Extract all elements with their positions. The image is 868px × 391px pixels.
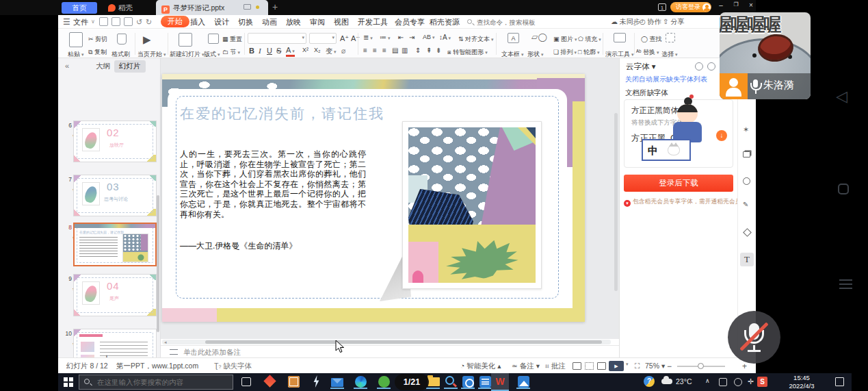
section-button[interactable]: 🗀 节: [222, 48, 240, 57]
slide-thumbnail-7[interactable]: 03 思考与讨论: [73, 175, 157, 216]
app-icon-lightning[interactable]: [313, 375, 320, 388]
share-button[interactable]: ⇧ 分享: [663, 15, 684, 29]
redo-icon[interactable]: ↻: [146, 15, 152, 29]
play-dropdown-icon[interactable]: ▾: [626, 362, 629, 367]
arrange-button[interactable]: ❏ 排列: [553, 48, 577, 57]
hamburger-icon[interactable]: ☰: [63, 15, 70, 29]
align-right-icon[interactable]: ≡: [382, 47, 386, 54]
slide-thumbnail-6[interactable]: 02 放映厅: [73, 121, 157, 162]
menu-animation[interactable]: 动画: [262, 15, 277, 29]
wps-app-button-active[interactable]: W: [491, 373, 509, 391]
strikethrough-button[interactable]: S: [276, 47, 281, 55]
distribute-icon[interactable]: ▥: [402, 47, 408, 54]
textbox-icon[interactable]: A: [508, 33, 519, 43]
green-app-button[interactable]: [377, 375, 391, 389]
font-tool-icon-active[interactable]: T: [740, 253, 754, 266]
fill-button[interactable]: ⬠ 填充: [578, 35, 601, 44]
tab-home[interactable]: 首页: [62, 2, 97, 14]
horizontal-scroll-thumb[interactable]: [205, 340, 602, 344]
slide-picture[interactable]: [402, 121, 542, 289]
horizontal-scrollbar[interactable]: ◂: [162, 340, 611, 344]
increase-indent-icon[interactable]: ⇥: [409, 34, 415, 41]
taskbar-clock[interactable]: 15:45 2022/4/3: [778, 374, 826, 390]
line-spacing-button[interactable]: ↕A: [439, 34, 451, 41]
superscript-button[interactable]: X²: [302, 47, 308, 53]
tab-docer[interactable]: 稻壳: [103, 2, 152, 14]
to-smartart-button[interactable]: ⧆ 转智能图形: [447, 48, 488, 57]
sorter-view-icon[interactable]: [585, 362, 594, 370]
zoom-out-button[interactable]: −: [667, 362, 672, 371]
missing-font-indicator[interactable]: Ʈ? 缺失字体: [214, 362, 252, 371]
align-left-icon[interactable]: ≡: [363, 47, 367, 54]
menu-devtools[interactable]: 开发工具: [358, 15, 388, 29]
picture-button[interactable]: ▣ 图片: [553, 35, 577, 44]
italic-button[interactable]: I: [259, 47, 261, 55]
sogou-input-icon[interactable]: S: [757, 377, 767, 387]
sidebar-scrollbar[interactable]: [157, 195, 159, 332]
weather-cloud-icon[interactable]: [661, 379, 672, 384]
output-icon[interactable]: [111, 17, 120, 26]
menu-view[interactable]: 视图: [334, 15, 349, 29]
new-slide-icon[interactable]: [179, 33, 192, 47]
align-center-icon[interactable]: ≡: [373, 47, 377, 54]
panel-title[interactable]: 云字体 ▾: [626, 62, 655, 72]
menu-design[interactable]: 设计: [214, 15, 229, 29]
menu-transition[interactable]: 切换: [238, 15, 253, 29]
font-color-button[interactable]: A: [286, 47, 295, 57]
download-font-icon[interactable]: ↓: [716, 130, 727, 141]
canvas-vertical-scrollbar[interactable]: [614, 113, 618, 291]
collab-button[interactable]: ◴ 协作: [640, 15, 661, 29]
slide-title[interactable]: 在爱的记忆消失前，请记住我: [180, 104, 384, 123]
zoom-slider[interactable]: [677, 366, 725, 367]
notes-toggle-button[interactable]: ≃ 备注 ▾: [512, 362, 540, 371]
bold-button[interactable]: B: [249, 47, 254, 55]
command-search-input[interactable]: [475, 16, 566, 27]
tray-move-icon[interactable]: ✛: [748, 377, 754, 386]
pin-tool-icon[interactable]: ✶: [743, 125, 749, 134]
slide-thumbnail-8-selected[interactable]: 在爱的记忆消失前，请记住我: [73, 223, 157, 266]
subscript-button[interactable]: X₂: [314, 47, 321, 53]
font-shrink-icon[interactable]: A⁻: [351, 34, 360, 43]
menu-home[interactable]: 开始: [161, 16, 189, 27]
normal-view-icon[interactable]: [573, 362, 581, 370]
android-recent-icon[interactable]: [839, 279, 852, 289]
undo-icon[interactable]: ↺: [136, 15, 142, 29]
font-family-select[interactable]: [248, 33, 306, 44]
tray-expand-icon[interactable]: ∧: [705, 377, 710, 384]
close-fontlist-link[interactable]: 关闭自动展示缺失字体列表: [625, 75, 707, 84]
weather-temp[interactable]: 23°C: [676, 377, 692, 386]
android-back-icon[interactable]: ◁: [836, 88, 847, 105]
find-button[interactable]: ◯ 查找: [641, 35, 662, 44]
justify-icon[interactable]: ▤: [392, 47, 398, 54]
copy-button[interactable]: ⧉ 复制: [88, 48, 107, 57]
menu-review[interactable]: 审阅: [310, 15, 325, 29]
notes-bar[interactable]: 单击此处添加备注: [161, 345, 619, 357]
mail-app-button[interactable]: [330, 375, 344, 389]
taskbar-search-input[interactable]: [79, 375, 233, 390]
slide-thumbnail-9[interactable]: 04 尾声: [73, 274, 157, 316]
meeting-video-tile[interactable]: 喔喔喔喔 朱洛漪: [720, 12, 811, 99]
present-tools-icon[interactable]: [614, 33, 626, 42]
gear-app-button[interactable]: [461, 375, 475, 389]
android-home-icon[interactable]: [838, 184, 849, 194]
tray-input-icon[interactable]: [719, 378, 727, 386]
skill-tool-icon[interactable]: [743, 228, 752, 237]
zoom-in-button[interactable]: +: [742, 362, 747, 371]
history-tool-icon[interactable]: [743, 177, 750, 185]
window-switch-icon[interactable]: 1: [658, 3, 666, 11]
shapes-icon[interactable]: ▱◯: [531, 32, 547, 42]
spacing1-icon[interactable]: ⇕: [415, 47, 421, 54]
start-button[interactable]: [64, 377, 73, 387]
app-icon-diamond[interactable]: [263, 375, 276, 387]
font-size-select[interactable]: [309, 33, 337, 44]
task-view-button[interactable]: [241, 377, 251, 386]
feedback-icon[interactable]: [695, 62, 703, 71]
paste-icon[interactable]: [69, 32, 83, 47]
tab-document[interactable]: P寻梦环游记.pptx: [156, 0, 268, 15]
doc-app-button[interactable]: [478, 375, 492, 389]
slide-8[interactable]: 在爱的记忆消失前，请记住我 人的一生，要死去三次。第一次，当你的心跳停止，呼吸消…: [162, 74, 585, 322]
zoom-level[interactable]: 75% ▾: [645, 362, 665, 370]
spacing3-icon[interactable]: ⇟: [436, 47, 441, 54]
edge-app-button[interactable]: [354, 375, 367, 389]
replace-button[interactable]: ᴬᵇ 替换: [636, 48, 659, 57]
